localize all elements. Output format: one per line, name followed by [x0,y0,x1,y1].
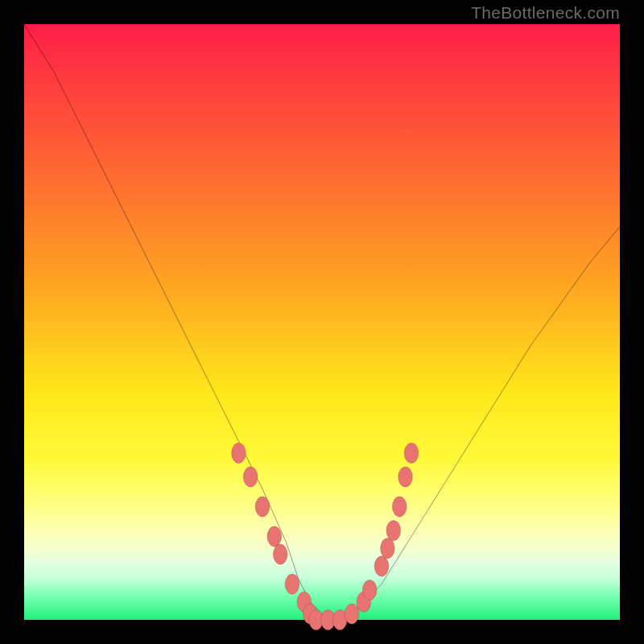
data-point [285,574,299,594]
data-point [386,520,401,540]
data-point [392,497,407,517]
data-point [255,497,270,517]
scatter-group [232,443,419,630]
data-point [398,467,413,487]
data-point [381,539,395,559]
curve-path-group [24,24,620,620]
curve-layer [24,24,620,620]
data-point [345,604,359,624]
watermark: TheBottleneck.com [471,3,620,23]
data-point [267,526,282,547]
curve-path [24,24,620,620]
data-point [243,467,258,487]
data-point [232,443,246,463]
chart-frame: TheBottleneck.com [0,0,644,644]
data-point [362,580,377,600]
data-point [273,544,287,564]
data-point [404,443,419,463]
data-point [374,556,389,576]
